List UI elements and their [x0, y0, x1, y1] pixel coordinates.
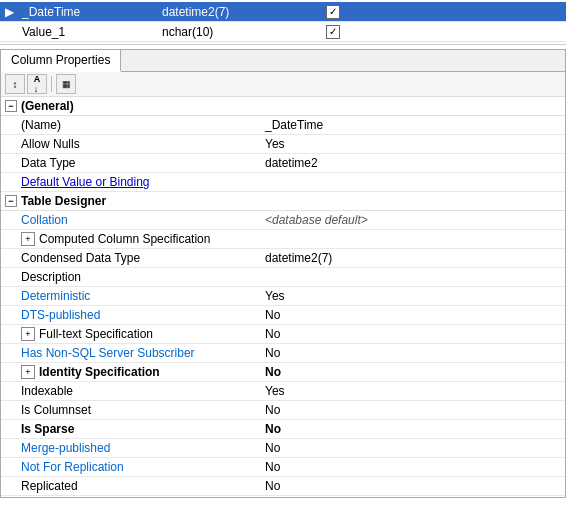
prop-value: Yes: [261, 287, 565, 305]
prop-label: Is Columnset: [1, 401, 261, 419]
prop-label: Replicated: [1, 477, 261, 495]
expand-icon[interactable]: +: [21, 365, 35, 379]
section-table-designer[interactable]: − Table Designer: [1, 192, 565, 211]
prop-default-value: Default Value or Binding: [1, 173, 565, 192]
collation-link[interactable]: Collation: [21, 213, 68, 227]
section-general[interactable]: − (General): [1, 97, 565, 116]
section-toggle-general[interactable]: −: [5, 100, 17, 112]
row-arrow: ▶: [0, 5, 18, 19]
prop-value: [261, 268, 565, 286]
sort-button[interactable]: ↕: [5, 74, 25, 94]
computed-col-label: Computed Column Specification: [39, 232, 210, 246]
prop-value: No: [261, 325, 565, 343]
prop-collation: Collation <database default>: [1, 211, 565, 230]
prop-merge-published: Merge-published No: [1, 439, 565, 458]
toolbar-divider: [51, 76, 52, 92]
prop-label: Indexable: [1, 382, 261, 400]
prop-label[interactable]: + Identity Specification: [1, 363, 261, 381]
prop-label: Description: [1, 268, 261, 286]
prop-value: <database default>: [261, 211, 565, 229]
expand-icon[interactable]: +: [21, 232, 35, 246]
categorized-button[interactable]: ▦: [56, 74, 76, 94]
prop-label[interactable]: Not For Replication: [1, 458, 261, 476]
prop-label[interactable]: DTS-published: [1, 306, 261, 324]
prop-fulltext-spec: + Full-text Specification No: [1, 325, 565, 344]
prop-value: datetime2(7): [261, 249, 565, 267]
prop-replicated: Replicated No: [1, 477, 565, 496]
prop-value: No: [261, 344, 565, 362]
column-grid: ▶ _DateTime datetime2(7) Value_1 nchar(1…: [0, 0, 566, 45]
column-type: datetime2(7): [158, 5, 318, 19]
prop-label: (Name): [1, 116, 261, 134]
checkbox[interactable]: [326, 25, 340, 39]
prop-value: [261, 230, 565, 248]
tab-column-properties[interactable]: Column Properties: [1, 50, 121, 72]
grid-row[interactable]: Value_1 nchar(10): [0, 22, 566, 42]
prop-value: No: [261, 363, 565, 381]
prop-label[interactable]: Default Value or Binding: [1, 173, 261, 191]
prop-label: Allow Nulls: [1, 135, 261, 153]
prop-label[interactable]: + Computed Column Specification: [1, 230, 261, 248]
prop-value: No: [261, 401, 565, 419]
nullable-check[interactable]: [318, 5, 348, 19]
prop-is-columnset: Is Columnset No: [1, 401, 565, 420]
prop-condensed-data-type: Condensed Data Type datetime2(7): [1, 249, 565, 268]
checkbox[interactable]: [326, 5, 340, 19]
prop-label: Condensed Data Type: [1, 249, 261, 267]
prop-computed-col-spec: + Computed Column Specification: [1, 230, 565, 249]
prop-label: Is Sparse: [1, 420, 261, 438]
tab-bar: Column Properties: [1, 50, 565, 72]
prop-is-sparse: Is Sparse No: [1, 420, 565, 439]
properties-list: − (General) (Name) _DateTime Allow Nulls…: [1, 97, 565, 497]
default-value-link[interactable]: Default Value or Binding: [21, 175, 150, 189]
column-type: nchar(10): [158, 25, 318, 39]
not-for-replication-link[interactable]: Not For Replication: [21, 460, 124, 474]
prop-label[interactable]: Has Non-SQL Server Subscriber: [1, 344, 261, 362]
prop-value: No: [261, 458, 565, 476]
cat-icon: ▦: [62, 79, 71, 89]
prop-label[interactable]: Merge-published: [1, 439, 261, 457]
properties-toolbar: ↕ A↓ ▦: [1, 72, 565, 97]
prop-label[interactable]: Collation: [1, 211, 261, 229]
deterministic-link[interactable]: Deterministic: [21, 289, 90, 303]
az-sort-button[interactable]: A↓: [27, 74, 47, 94]
column-properties-panel: Column Properties ↕ A↓ ▦ − (General) (Na…: [0, 49, 566, 498]
prop-value: No: [261, 439, 565, 457]
fulltext-label: Full-text Specification: [39, 327, 153, 341]
column-name: _DateTime: [18, 5, 158, 19]
prop-value: No: [261, 496, 565, 497]
column-name: Value_1: [18, 25, 158, 39]
grid-row[interactable]: ▶ _DateTime datetime2(7): [0, 2, 566, 22]
prop-name: (Name) _DateTime: [1, 116, 565, 135]
prop-value: No: [261, 420, 565, 438]
prop-description: Description: [1, 268, 565, 287]
prop-not-for-replication: Not For Replication No: [1, 458, 565, 477]
sort-icon: ↕: [13, 79, 18, 90]
prop-dts-published: DTS-published No: [1, 306, 565, 325]
section-table-designer-label: Table Designer: [21, 194, 106, 208]
identity-spec-label: Identity Specification: [39, 365, 160, 379]
prop-value: [261, 173, 565, 191]
prop-label[interactable]: + Full-text Specification: [1, 325, 261, 343]
prop-label: Data Type: [1, 154, 261, 172]
prop-rowguid: RowGuid No: [1, 496, 565, 497]
prop-data-type: Data Type datetime2: [1, 154, 565, 173]
prop-value: datetime2: [261, 154, 565, 172]
prop-value: _DateTime: [261, 116, 565, 134]
prop-deterministic: Deterministic Yes: [1, 287, 565, 306]
expand-icon[interactable]: +: [21, 327, 35, 341]
is-sparse-label: Is Sparse: [21, 422, 74, 436]
section-toggle-table-designer[interactable]: −: [5, 195, 17, 207]
dts-published-link[interactable]: DTS-published: [21, 308, 100, 322]
prop-identity-spec: + Identity Specification No: [1, 363, 565, 382]
nullable-check[interactable]: [318, 25, 348, 39]
prop-value: Yes: [261, 135, 565, 153]
merge-published-link[interactable]: Merge-published: [21, 441, 110, 455]
prop-label[interactable]: Deterministic: [1, 287, 261, 305]
az-icon: A↓: [34, 74, 41, 94]
prop-allow-nulls: Allow Nulls Yes: [1, 135, 565, 154]
section-general-label: (General): [21, 99, 74, 113]
prop-indexable: Indexable Yes: [1, 382, 565, 401]
has-non-sql-link[interactable]: Has Non-SQL Server Subscriber: [21, 346, 195, 360]
prop-value: Yes: [261, 382, 565, 400]
